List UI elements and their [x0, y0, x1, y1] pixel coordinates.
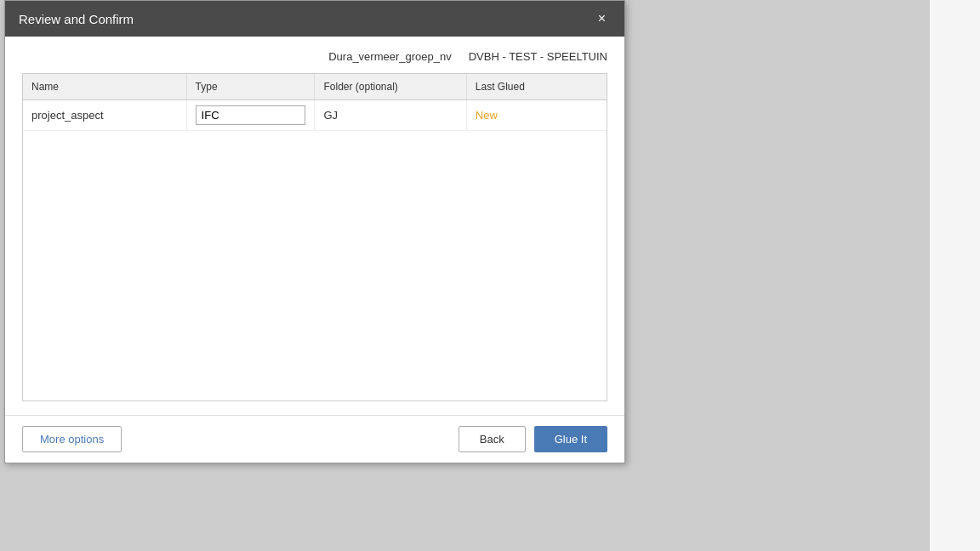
cell-name: project_aspect — [23, 100, 186, 131]
type-input[interactable] — [196, 105, 306, 125]
review-confirm-dialog: Review and Confirm × Dura_vermeer_groep_… — [4, 0, 625, 463]
more-options-button[interactable]: More options — [22, 426, 122, 452]
col-header-lastglued: Last Glued — [466, 74, 607, 100]
table-container: Name Type Folder (optional) Last Glued p… — [22, 73, 607, 401]
dialog-body: Dura_vermeer_groep_nv DVBH - TEST - SPEE… — [5, 37, 624, 415]
cell-folder: GJ — [315, 100, 466, 131]
header-label-col2: DVBH - TEST - SPEELTUIN — [469, 50, 607, 63]
col-header-type: Type — [186, 74, 315, 100]
col-header-folder: Folder (optional) — [315, 74, 466, 100]
table-header-row: Name Type Folder (optional) Last Glued — [23, 74, 607, 100]
table-row: project_aspect GJ New — [23, 100, 607, 131]
cell-type — [186, 100, 315, 131]
data-table: Name Type Folder (optional) Last Glued p… — [23, 74, 607, 131]
header-labels-row: Dura_vermeer_groep_nv DVBH - TEST - SPEE… — [22, 50, 607, 63]
back-button[interactable]: Back — [459, 426, 526, 452]
col-header-name: Name — [23, 74, 186, 100]
right-panel — [929, 0, 980, 551]
dialog-footer: More options Back Glue It — [5, 415, 624, 463]
dialog-header: Review and Confirm × — [5, 1, 624, 37]
status-badge: New — [476, 109, 498, 122]
cell-lastglued: New — [466, 100, 607, 131]
footer-right-buttons: Back Glue It — [459, 426, 607, 452]
header-label-col1: Dura_vermeer_groep_nv — [328, 50, 452, 63]
glue-it-button[interactable]: Glue It — [534, 426, 607, 452]
dialog-title: Review and Confirm — [19, 12, 134, 26]
close-button[interactable]: × — [593, 10, 611, 27]
